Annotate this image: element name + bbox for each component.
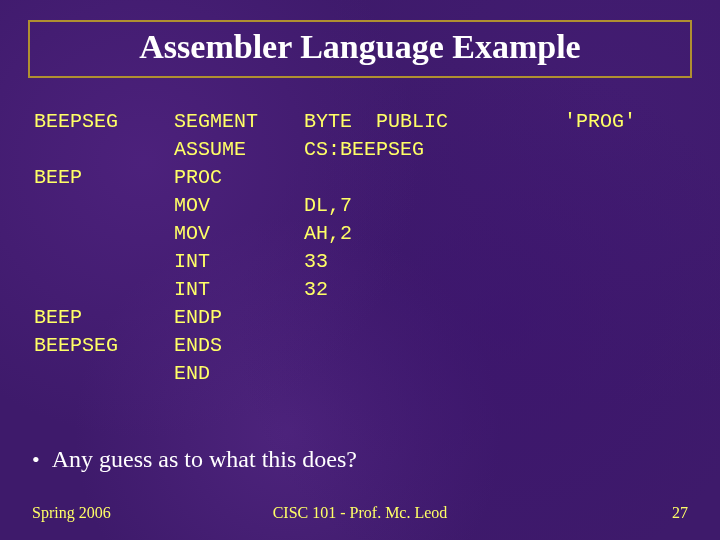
code-col-1: BEEP [34,304,174,332]
code-line: MOVDL,7 [34,192,636,220]
code-line: INT33 [34,248,636,276]
code-col-2: INT [174,276,304,304]
code-col-3: CS:BEEPSEG [304,136,564,164]
code-col-1: BEEPSEG [34,108,174,136]
code-col-3: 33 [304,248,564,276]
bullet-dot-icon: • [32,448,40,472]
bullet-text: Any guess as to what this does? [52,446,357,472]
assembler-code-block: BEEPSEGSEGMENTBYTE PUBLIC'PROG'ASSUMECS:… [34,108,636,388]
code-col-2: MOV [174,220,304,248]
code-col-3: BYTE PUBLIC [304,108,564,136]
code-col-3: DL,7 [304,192,564,220]
title-box: Assembler Language Example [28,20,692,78]
code-col-4: 'PROG' [564,108,636,136]
code-line: END [34,360,636,388]
code-col-2: END [174,360,304,388]
code-col-3: AH,2 [304,220,564,248]
code-line: INT32 [34,276,636,304]
slide-title: Assembler Language Example [30,28,690,66]
code-line: BEEPPROC [34,164,636,192]
footer-center: CISC 101 - Prof. Mc. Leod [0,504,720,522]
code-col-2: ENDS [174,332,304,360]
code-line: BEEPSEGENDS [34,332,636,360]
code-col-3: 32 [304,276,564,304]
code-col-1: BEEP [34,164,174,192]
code-line: MOVAH,2 [34,220,636,248]
code-line: BEEPENDP [34,304,636,332]
code-col-2: INT [174,248,304,276]
bullet-question: •Any guess as to what this does? [32,446,357,473]
code-line: BEEPSEGSEGMENTBYTE PUBLIC'PROG' [34,108,636,136]
code-col-2: MOV [174,192,304,220]
code-col-2: SEGMENT [174,108,304,136]
code-col-2: ASSUME [174,136,304,164]
footer-right-page-number: 27 [672,504,688,522]
code-col-2: ENDP [174,304,304,332]
code-line: ASSUMECS:BEEPSEG [34,136,636,164]
code-col-1: BEEPSEG [34,332,174,360]
code-col-2: PROC [174,164,304,192]
